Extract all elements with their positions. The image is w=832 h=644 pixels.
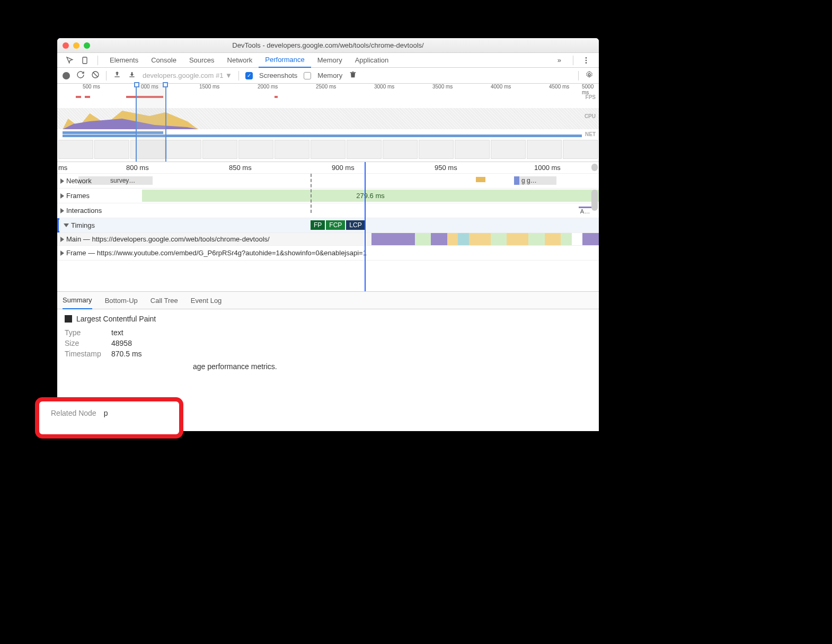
tick: 900 ms <box>332 164 355 172</box>
svg-rect-6 <box>129 76 134 77</box>
settings-icon[interactable] <box>585 70 594 80</box>
screenshots-label: Screenshots <box>259 71 297 79</box>
tick: 1000 ms <box>534 164 561 172</box>
divider <box>98 56 98 65</box>
tick: 950 ms <box>435 164 457 172</box>
playhead[interactable] <box>365 162 366 291</box>
memory-label: Memory <box>317 71 342 79</box>
summary-title: Largest Contentful Paint <box>76 315 156 323</box>
clear-icon[interactable] <box>91 70 100 80</box>
traffic-lights <box>63 42 90 49</box>
related-node-link[interactable]: p <box>104 409 108 417</box>
summary-row: Typetext <box>65 328 591 337</box>
track-label: Main — https://developers.google.com/web… <box>66 235 270 243</box>
summary-header: Largest Contentful Paint <box>65 315 591 323</box>
window-title: DevTools - developers.google.com/web/too… <box>57 41 599 49</box>
btab-eventlog[interactable]: Event Log <box>191 291 222 309</box>
tick: 2000 ms <box>258 84 278 90</box>
details-tabs: Summary Bottom-Up Call Tree Event Log <box>57 291 599 309</box>
detail-ruler[interactable]: ms 800 ms 850 ms 900 ms 950 ms 1000 ms <box>57 162 599 174</box>
svg-point-3 <box>586 62 587 64</box>
marker-dashed <box>311 174 312 213</box>
perf-toolbar: developers.google.com #1 ▼ ✓ Screenshots… <box>57 68 599 84</box>
related-node-row: Related Node p <box>39 401 179 425</box>
fps-label: FPS <box>586 94 596 100</box>
row-key: Related Node <box>51 409 96 417</box>
download-icon[interactable] <box>128 70 136 80</box>
chevron-right-icon <box>60 208 64 213</box>
tracks: Network survey… g g… Frames 279.6 ms Int… <box>57 174 599 261</box>
trash-icon[interactable] <box>349 70 357 80</box>
track-label: Timings <box>71 221 95 229</box>
track-frame[interactable]: Frame — https://www.youtube.com/embed/G_… <box>57 246 599 261</box>
tick: 4500 ms <box>549 84 569 90</box>
divider <box>573 56 573 65</box>
divider <box>578 71 579 80</box>
chevron-down-icon <box>64 223 69 227</box>
color-swatch <box>65 315 72 323</box>
tick: 850 ms <box>229 164 252 172</box>
reload-icon[interactable] <box>76 70 85 80</box>
tab-memory[interactable]: Memory <box>311 53 349 68</box>
kebab-icon[interactable] <box>579 56 594 65</box>
summary-row: Size48958 <box>65 339 591 347</box>
tab-performance[interactable]: Performance <box>259 53 311 68</box>
track-interactions[interactable]: Interactions A… <box>57 203 599 218</box>
tab-sources[interactable]: Sources <box>183 53 221 68</box>
session-select[interactable]: developers.google.com #1 ▼ <box>143 71 232 79</box>
tick: ms <box>58 164 67 172</box>
track-frames[interactable]: Frames 279.6 ms <box>57 189 599 203</box>
chevron-right-icon <box>60 178 64 184</box>
track-label: Frame — https://www.youtube.com/embed/G_… <box>66 249 367 257</box>
upload-icon[interactable] <box>113 70 121 80</box>
row-value: text <box>111 328 123 337</box>
divider <box>238 71 239 80</box>
tab-elements[interactable]: Elements <box>103 53 145 68</box>
memory-checkbox[interactable] <box>304 72 311 79</box>
summary-panel: Largest Contentful Paint Typetext Size48… <box>57 309 599 376</box>
tab-application[interactable]: Application <box>349 53 395 68</box>
track-label: Interactions <box>66 207 102 214</box>
device-icon[interactable] <box>77 56 92 65</box>
btab-calltree[interactable]: Call Tree <box>151 291 178 309</box>
overview-selection[interactable] <box>136 84 166 162</box>
highlight-callout: Related Node p <box>35 397 183 439</box>
track-label: Network <box>66 177 92 185</box>
row-key: Size <box>65 339 106 347</box>
panel-tabs: Elements Console Sources Network Perform… <box>57 53 599 68</box>
tick: 3000 ms <box>374 84 394 90</box>
track-timings[interactable]: Timings FP FCP LCP <box>57 218 599 233</box>
track-network[interactable]: Network survey… g g… <box>57 174 599 189</box>
overview-panel[interactable]: 500 ms 000 ms 1500 ms 2000 ms 2500 ms 30… <box>57 84 599 162</box>
zoom-icon[interactable] <box>84 42 90 49</box>
tick: 1500 ms <box>199 84 219 90</box>
btab-summary[interactable]: Summary <box>63 291 92 309</box>
metrics-text: age performance metrics. <box>193 362 591 371</box>
close-icon[interactable] <box>63 42 69 49</box>
tick: 4000 ms <box>491 84 511 90</box>
screenshots-checkbox[interactable]: ✓ <box>245 72 253 79</box>
devtools-window: DevTools - developers.google.com/web/too… <box>57 38 599 431</box>
net-label: NET <box>585 131 596 137</box>
tab-network[interactable]: Network <box>221 53 259 68</box>
tick: 800 ms <box>126 164 149 172</box>
svg-point-1 <box>586 57 587 59</box>
row-value: 48958 <box>111 339 132 347</box>
tick: 3500 ms <box>432 84 453 90</box>
track-main[interactable]: Main — https://developers.google.com/web… <box>57 233 599 246</box>
minimize-icon[interactable] <box>73 42 79 49</box>
tabs-overflow[interactable]: » <box>551 53 568 68</box>
divider <box>106 71 107 80</box>
record-icon[interactable] <box>63 72 70 79</box>
row-key: Timestamp <box>65 350 106 358</box>
svg-rect-0 <box>83 57 87 64</box>
btab-bottomup[interactable]: Bottom-Up <box>105 291 138 309</box>
summary-row: Timestamp870.5 ms <box>65 350 591 358</box>
svg-point-7 <box>588 74 590 76</box>
row-key: Type <box>65 328 106 337</box>
inspect-icon[interactable] <box>63 56 77 65</box>
scrollbar-horizontal[interactable] <box>591 164 598 171</box>
tab-console[interactable]: Console <box>145 53 183 68</box>
track-label: Frames <box>66 192 90 200</box>
svg-rect-5 <box>114 76 119 77</box>
